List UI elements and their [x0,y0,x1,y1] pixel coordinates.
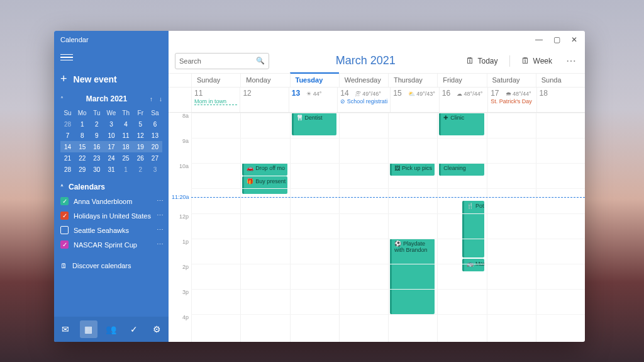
nav-mail-button[interactable]: ✉ [57,320,74,338]
mini-day[interactable]: 22 [75,152,89,164]
mini-day[interactable]: 24 [104,152,118,164]
today-button[interactable]: 🗓 Today [462,54,502,68]
day-column[interactable]: 🦷Dentist [290,113,339,342]
calendar-event[interactable]: ✚Clinic [439,113,484,135]
window-minimize[interactable]: — [535,35,543,44]
mini-day[interactable]: 17 [104,141,118,152]
mini-day[interactable]: 28 [60,164,75,175]
calendar-more-icon[interactable]: ⋯ [157,240,164,249]
nav-todo-button[interactable]: ✓ [125,320,143,338]
day-number: 11 [194,89,203,98]
mini-day[interactable]: 31 [104,164,118,175]
calendar-checkbox[interactable]: ✓ [60,197,69,205]
calendar-checkbox[interactable] [60,226,69,234]
new-event-label: New event [74,74,117,84]
allday-cell[interactable]: 11Mom in town [191,88,240,112]
mini-day[interactable]: 10 [104,130,118,141]
calendar-checkbox[interactable]: ✓ [60,240,69,249]
mini-day[interactable]: 18 [119,141,133,152]
calendar-more-icon[interactable]: ⋯ [157,212,164,220]
allday-cell[interactable]: 17🌧 48°/44°St. Patrick's Day [487,88,536,112]
allday-event[interactable]: Mom in town [194,98,237,105]
calendar-event[interactable]: Cleaning [439,163,484,176]
mini-day[interactable]: 3 [104,118,118,130]
search-placeholder: Search [179,57,201,65]
day-column[interactable] [191,113,240,342]
day-header: Wednesday [339,74,388,87]
calendar-event[interactable]: 🖼Pick up pics [390,163,435,176]
mini-day[interactable]: 30 [89,164,104,175]
calendar-item[interactable]: ✓Holidays in United States⋯ [54,208,169,223]
mini-day[interactable]: 3 [148,164,162,175]
day-column[interactable]: 🖼Pick up pics⚽Playdate with Brandon [388,113,437,342]
mini-day[interactable]: 19 [133,141,148,152]
calendar-more-icon[interactable]: ⋯ [157,226,164,234]
mini-day[interactable]: 8 [75,130,89,141]
day-column[interactable] [487,113,536,342]
nav-settings-button[interactable]: ⚙ [148,320,166,338]
mini-day[interactable]: 12 [133,130,148,141]
mini-day[interactable]: 2 [133,164,148,175]
mini-day[interactable]: 28 [60,118,75,130]
mini-day[interactable]: 11 [119,130,133,141]
calendar-item[interactable]: ✓Anna Vanderbloom⋯ [54,194,169,208]
search-input[interactable]: Search 🔍 [175,53,269,69]
day-column[interactable] [339,113,388,342]
allday-cell[interactable]: 12 [240,88,288,112]
calendar-event[interactable]: 🎁Buy present [242,176,287,194]
mini-day[interactable]: 15 [75,141,89,152]
calendar-item[interactable]: Seattle Seahawks⋯ [54,223,169,237]
mini-day[interactable]: 13 [148,130,162,141]
calendar-event[interactable]: 🚗Drop off mo [242,163,287,176]
calendar-checkbox[interactable]: ✓ [60,212,69,220]
more-button[interactable]: ⋯ [564,55,579,67]
month-next-icon[interactable]: ↓ [159,96,162,103]
new-event-button[interactable]: + New event [60,69,162,93]
sidebar: + New event ˄ March 2021 ↑ ↓ SuMoTuWeThF… [54,48,169,342]
calendar-event[interactable]: 🚌Mar [462,259,484,271]
mini-day[interactable]: 9 [89,130,104,141]
allday-cell[interactable]: 16☁ 48°/44° [439,88,487,112]
mini-day[interactable]: 29 [75,164,89,175]
month-prev-icon[interactable]: ↑ [150,96,153,103]
nav-calendar-button[interactable]: ▦ [80,320,97,338]
day-column[interactable] [536,113,585,342]
mini-day[interactable]: 14 [60,141,75,152]
allday-cell[interactable]: 14⛈ 49°/46°⊘ School registrati [337,88,390,112]
allday-cell[interactable]: 15⛅ 49°/43° [390,88,438,112]
discover-calendars-button[interactable]: 🗓 Discover calendars [54,256,169,276]
mini-day[interactable]: 1 [119,164,133,175]
calendars-collapse-icon[interactable]: ˄ [60,184,64,191]
calendar-event[interactable]: ⚽Playdate with Brandon [390,239,435,314]
mini-day[interactable]: 5 [133,118,148,130]
calendar-more-icon[interactable]: ⋯ [157,197,164,205]
mini-day[interactable]: 4 [119,118,133,130]
mini-day[interactable]: 21 [60,152,75,164]
mini-day[interactable]: 26 [133,152,148,164]
month-collapse-icon[interactable]: ˄ [60,96,64,103]
week-button[interactable]: 🗓 Week [518,54,556,68]
mini-day[interactable]: 20 [148,141,162,152]
mini-weekday: Mo [75,107,89,118]
mini-day[interactable]: 7 [60,130,75,141]
mini-day[interactable]: 2 [89,118,104,130]
mini-day[interactable]: 16 [89,141,104,152]
mini-day[interactable]: 1 [75,118,89,130]
window-close[interactable]: ✕ [570,35,579,44]
calendar-item[interactable]: ✓NASCAR Sprint Cup⋯ [54,237,169,252]
allday-event[interactable]: ⊘ School registrati [340,98,387,105]
day-column[interactable]: ✚ClinicCleaning🍴Potl🚌Mar [437,113,486,342]
day-column[interactable]: 🚗Drop off mo🎁Buy present [240,113,289,342]
allday-event[interactable]: St. Patrick's Day [491,98,533,105]
hamburger-button[interactable] [60,51,73,64]
mini-day[interactable]: 25 [119,152,133,164]
window-maximize[interactable]: ▢ [552,35,561,44]
mini-day[interactable]: 6 [148,118,162,130]
mini-day[interactable]: 23 [89,152,104,164]
calendar-event[interactable]: 🍴Potl [462,201,484,257]
calendar-event[interactable]: 🦷Dentist [292,113,336,135]
nav-people-button[interactable]: 👥 [103,320,120,338]
mini-day[interactable]: 27 [148,152,162,164]
allday-cell[interactable]: 13☀ 44° [289,88,337,112]
allday-cell[interactable]: 18 [536,88,585,112]
